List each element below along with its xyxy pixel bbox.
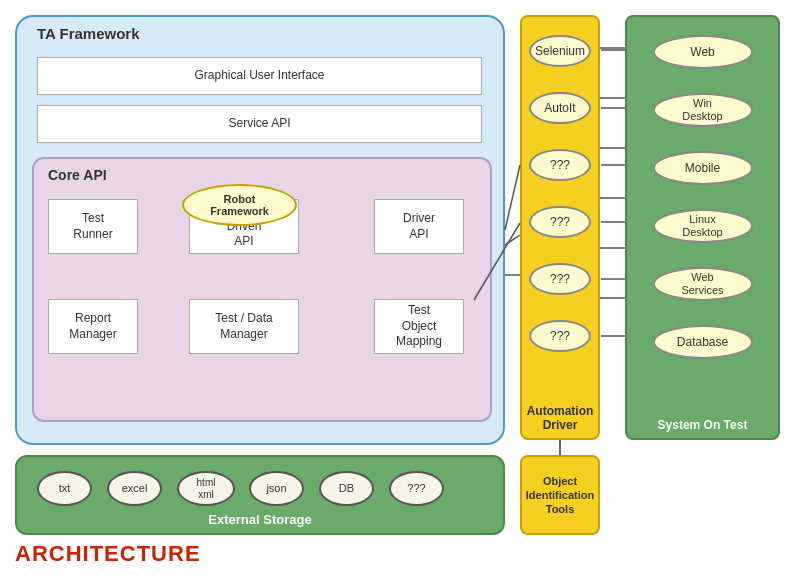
robot-framework-oval: RobotFramework (182, 184, 297, 226)
service-api-box: Service API (37, 105, 482, 143)
ta-framework-box: TA Framework Graphical User Interface Se… (15, 15, 505, 445)
automation-driver-col: Selenium AutoIt ??? ??? ??? ??? Automati… (520, 15, 600, 440)
svg-line-15 (505, 165, 520, 230)
storage-oval-txt: txt (37, 471, 92, 506)
test-object-mapping-box: TestObjectMapping (374, 299, 464, 354)
storage-oval-html-xml: htmlxml (177, 471, 235, 506)
system-on-test-col: Web WinDesktop Mobile LinuxDesktop WebSe… (625, 15, 780, 440)
driver-oval-q3: ??? (529, 263, 591, 295)
driver-api-box: DriverAPI (374, 199, 464, 254)
obj-id-tools-box: ObjectIdentificationTools (520, 455, 600, 535)
architecture-title: ARCHITECTURE (15, 541, 201, 567)
storage-oval-unknown: ??? (389, 471, 444, 506)
driver-oval-q2: ??? (529, 206, 591, 238)
system-oval-win-desktop: WinDesktop (653, 93, 753, 127)
ta-framework-label: TA Framework (37, 25, 140, 42)
driver-oval-q1: ??? (529, 149, 591, 181)
storage-oval-db: DB (319, 471, 374, 506)
core-api-box: Core API RobotFramework TestRunner Keywo… (32, 157, 492, 422)
driver-oval-q4: ??? (529, 320, 591, 352)
driver-oval-autoit: AutoIt (529, 92, 591, 124)
storage-oval-excel: excel (107, 471, 162, 506)
storage-oval-json: json (249, 471, 304, 506)
system-oval-linux-desktop: LinuxDesktop (653, 209, 753, 243)
external-storage-label: External Storage (17, 512, 503, 527)
system-oval-database: Database (653, 325, 753, 359)
system-oval-web-services: WebServices (653, 267, 753, 301)
main-container: TA Framework Graphical User Interface Se… (0, 0, 800, 575)
automation-driver-label: AutomationDriver (522, 404, 598, 432)
test-data-manager-box: Test / DataManager (189, 299, 299, 354)
system-oval-web: Web (653, 35, 753, 69)
gui-box: Graphical User Interface (37, 57, 482, 95)
driver-oval-selenium: Selenium (529, 35, 591, 67)
external-storage-box: txt excel htmlxml json DB ??? External S… (15, 455, 505, 535)
system-on-test-label: System On Test (627, 418, 778, 432)
test-runner-box: TestRunner (48, 199, 138, 254)
system-oval-mobile: Mobile (653, 151, 753, 185)
report-manager-box: ReportManager (48, 299, 138, 354)
core-api-label: Core API (48, 167, 107, 183)
